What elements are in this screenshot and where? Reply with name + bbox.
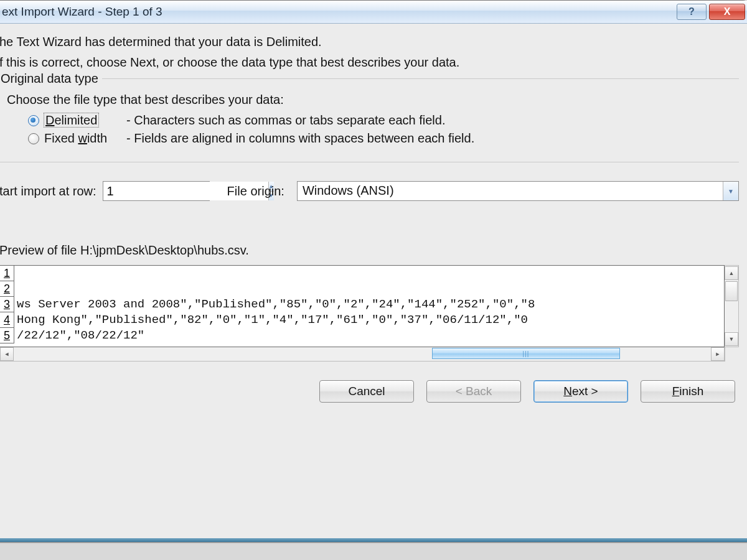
start-row-label: tart import at row: <box>0 184 96 198</box>
intro-text-1: he Text Wizard has determined that your … <box>0 35 739 49</box>
preview-row: 3ws Server 2003 and 2008","Published","8… <box>0 297 724 312</box>
close-button[interactable]: X <box>709 4 745 20</box>
row-number: 1 <box>0 266 14 281</box>
group-legend: Original data type <box>0 72 102 86</box>
preview-row: 5/22/12","08/22/12" <box>0 328 724 343</box>
window-title: ext Import Wizard - Step 1 of 3 <box>2 5 674 19</box>
scroll-left-button[interactable]: ◄ <box>0 347 14 361</box>
import-options-row: tart import at row: ▲ ▼ File origin: Win… <box>0 181 739 201</box>
chevron-right-icon: ► <box>715 351 721 357</box>
scroll-up-button[interactable]: ▲ <box>725 266 738 280</box>
intro-text-2: f this is correct, choose Next, or choos… <box>0 55 739 70</box>
back-button: < Back <box>426 380 521 403</box>
radio-fixedwidth-row[interactable]: Fixed width - Fields are aligned in colu… <box>28 131 735 146</box>
preview-container: 1 2 3ws Server 2003 and 2008","Published… <box>0 265 739 347</box>
group-subtext: Choose the file type that best describes… <box>7 93 735 107</box>
help-icon: ? <box>688 6 695 17</box>
radio-fixedwidth[interactable] <box>28 133 39 144</box>
finish-button[interactable]: Finish <box>641 380 735 403</box>
horizontal-scrollbar[interactable]: ◄ ||| ► <box>0 347 725 362</box>
vertical-scrollbar[interactable]: ▲ ▼ <box>725 265 739 347</box>
preview-row: 2 <box>0 281 724 297</box>
preview-row: 4 Hong Kong","Published","82","0","1","4… <box>0 312 724 328</box>
dialog-body: he Text Wizard has determined that your … <box>0 24 747 409</box>
row-number: 5 <box>0 328 14 343</box>
chevron-down-icon: ▼ <box>728 188 734 195</box>
file-origin-combo[interactable]: Windows (ANSI) ▼ <box>297 181 739 201</box>
dialog-bottom-border <box>0 538 747 542</box>
row-number: 4 <box>0 312 14 328</box>
radio-delimited[interactable] <box>28 115 39 126</box>
close-icon: X <box>724 6 731 17</box>
radio-fixedwidth-label[interactable]: Fixed width <box>44 131 123 146</box>
file-origin-value: Windows (ANSI) <box>298 182 723 200</box>
scroll-down-button[interactable]: ▼ <box>725 332 738 346</box>
button-bar: Cancel < Back Next > Finish <box>0 380 739 403</box>
radio-fixedwidth-desc: - Fields are aligned in columns with spa… <box>126 131 474 146</box>
original-data-type-group: Original data type Choose the file type … <box>0 78 739 162</box>
file-origin-label: File origin: <box>227 184 284 198</box>
next-button[interactable]: Next > <box>533 380 628 403</box>
row-number: 2 <box>0 281 14 297</box>
scroll-right-button[interactable]: ► <box>711 347 725 361</box>
preview-label: Preview of file H:\jpmDesk\Desktop\hubs.… <box>0 243 739 258</box>
preview-box[interactable]: 1 2 3ws Server 2003 and 2008","Published… <box>0 265 725 347</box>
radio-delimited-label[interactable]: Delimited <box>44 113 123 128</box>
start-row-spinner[interactable]: ▲ ▼ <box>103 181 210 201</box>
horizontal-scroll-thumb[interactable]: ||| <box>432 348 620 359</box>
preview-row: 1 <box>0 266 724 281</box>
chevron-left-icon: ◄ <box>4 351 10 357</box>
combo-arrow-button[interactable]: ▼ <box>723 182 738 200</box>
row-number: 3 <box>0 297 14 312</box>
horizontal-scroll-track[interactable]: ||| <box>14 347 711 361</box>
chevron-down-icon: ▼ <box>729 336 735 342</box>
radio-delimited-desc: - Characters such as commas or tabs sepa… <box>126 113 445 128</box>
cancel-button[interactable]: Cancel <box>319 380 414 403</box>
help-button[interactable]: ? <box>677 4 707 20</box>
radio-delimited-row[interactable]: Delimited - Characters such as commas or… <box>28 113 735 128</box>
vertical-scroll-thumb[interactable] <box>725 281 738 301</box>
chevron-up-icon: ▲ <box>729 270 735 276</box>
text-import-wizard-dialog: ext Import Wizard - Step 1 of 3 ? X he T… <box>0 0 747 543</box>
titlebar[interactable]: ext Import Wizard - Step 1 of 3 ? X <box>0 1 747 24</box>
